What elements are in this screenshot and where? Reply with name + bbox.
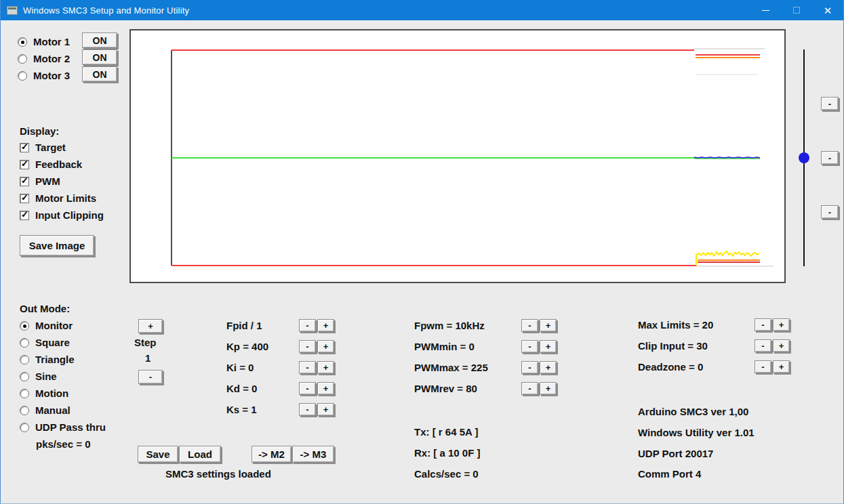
- fpid-minus-button[interactable]: -: [299, 319, 316, 332]
- step-heading: Step: [134, 337, 157, 348]
- triangle-radio[interactable]: [20, 355, 29, 364]
- kd-plus-button[interactable]: +: [317, 382, 334, 395]
- out-mode-motion-row: Motion: [20, 387, 68, 399]
- clip-input-label: Clip Input = 30: [638, 340, 708, 352]
- input-clipping-checkbox[interactable]: [20, 211, 29, 220]
- out-mode-manual-row: Manual: [20, 404, 71, 416]
- step-minus-button[interactable]: -: [138, 370, 163, 384]
- display-input-clipping-row: Input Clipping: [20, 209, 104, 221]
- motor-3-on-button[interactable]: ON: [82, 66, 117, 82]
- udp-pass-thru-label: UDP Pass thru: [35, 421, 106, 433]
- kp-label: Kp = 400: [226, 341, 268, 352]
- feedback-checkbox[interactable]: [20, 160, 29, 169]
- minimize-button[interactable]: [750, 0, 781, 20]
- max-limits-minus-button[interactable]: -: [755, 318, 771, 331]
- close-button[interactable]: ✕: [812, 0, 843, 20]
- fpwm-label: Fpwm = 10kHz: [414, 320, 485, 331]
- ks-label: Ks = 1: [226, 404, 257, 415]
- motor-3-row: Motor 3: [18, 70, 70, 81]
- rx-readout: Rx: [ a 10 0F ]: [414, 447, 481, 459]
- motor-1-row: Motor 1: [18, 36, 70, 47]
- ki-plus-button[interactable]: +: [317, 361, 334, 374]
- pwmmax-minus-button[interactable]: -: [521, 361, 538, 374]
- to-m2-button[interactable]: -> M2: [252, 446, 292, 463]
- step-value: 1: [145, 352, 150, 364]
- pwmmax-plus-button[interactable]: +: [540, 361, 557, 374]
- fpid-plus-button[interactable]: +: [317, 319, 334, 332]
- ks-minus-button[interactable]: -: [299, 403, 316, 416]
- pwmmin-minus-button[interactable]: -: [521, 340, 538, 353]
- scale-mid-minus-button[interactable]: -: [821, 151, 839, 165]
- pks-per-sec-value: pks/sec = 0: [36, 438, 90, 450]
- deadzone-minus-button[interactable]: -: [755, 360, 771, 373]
- app-icon: [7, 6, 18, 15]
- motor-2-label: Motor 2: [33, 53, 70, 64]
- motion-radio[interactable]: [20, 389, 29, 398]
- step-plus-button[interactable]: +: [138, 319, 163, 333]
- target-checkbox[interactable]: [20, 143, 29, 152]
- sine-label: Sine: [35, 371, 57, 382]
- trace-feedback-blue: [694, 157, 760, 158]
- pwmrev-minus-button[interactable]: -: [521, 382, 538, 395]
- pwmmax-label: PWMmax = 225: [414, 362, 488, 373]
- pwm-checkbox[interactable]: [20, 177, 29, 186]
- kd-label: Kd = 0: [226, 383, 257, 394]
- udp-pass-thru-radio[interactable]: [20, 423, 29, 432]
- clip-input-minus-button[interactable]: -: [755, 339, 771, 352]
- clip-input-plus-button[interactable]: +: [773, 339, 790, 352]
- motor-1-label: Motor 1: [33, 36, 70, 47]
- pwmrev-label: PWMrev = 80: [414, 383, 477, 394]
- save-button[interactable]: Save: [138, 446, 178, 463]
- motor-1-radio[interactable]: [18, 37, 27, 47]
- maximize-button[interactable]: [781, 0, 812, 20]
- motor-2-on-button[interactable]: ON: [82, 49, 117, 65]
- motor-1-on-button[interactable]: ON: [82, 33, 117, 48]
- tx-readout: Tx: [ r 64 5A ]: [414, 426, 478, 438]
- scale-bottom-minus-button[interactable]: -: [821, 205, 839, 219]
- pwmrev-plus-button[interactable]: +: [540, 382, 557, 395]
- save-image-button[interactable]: Save Image: [20, 235, 94, 256]
- motor-limits-label: Motor Limits: [35, 192, 96, 204]
- offset-slider-thumb[interactable]: [799, 152, 809, 163]
- settings-status-text: SMC3 settings loaded: [165, 468, 271, 480]
- utility-version-text: Windows Utility ver 1.01: [638, 427, 755, 438]
- ki-minus-button[interactable]: -: [299, 361, 316, 374]
- out-mode-sine-row: Sine: [20, 371, 57, 382]
- load-button[interactable]: Load: [179, 446, 221, 463]
- motion-label: Motion: [35, 387, 68, 399]
- titlebar-buttons: ✕: [750, 0, 843, 20]
- fpwm-minus-button[interactable]: -: [521, 319, 538, 332]
- manual-label: Manual: [35, 404, 71, 416]
- sine-radio[interactable]: [20, 372, 29, 381]
- out-mode-triangle-row: Triangle: [20, 354, 75, 365]
- deadzone-label: Deadzone = 0: [638, 361, 703, 373]
- arduino-version-text: Arduino SMC3 ver 1,00: [638, 406, 748, 417]
- kp-minus-button[interactable]: -: [299, 340, 316, 353]
- comm-port-text: Comm Port 4: [638, 468, 701, 480]
- kd-minus-button[interactable]: -: [299, 382, 316, 395]
- motor-3-radio[interactable]: [18, 71, 27, 81]
- monitor-radio[interactable]: [20, 321, 29, 331]
- scale-top-minus-button[interactable]: -: [821, 97, 839, 110]
- max-limits-label: Max Limits = 20: [638, 319, 713, 331]
- fpwm-plus-button[interactable]: +: [540, 319, 557, 332]
- to-m3-button[interactable]: -> M3: [292, 446, 334, 463]
- out-mode-udp-row: UDP Pass thru: [20, 421, 106, 433]
- triangle-label: Triangle: [35, 354, 75, 365]
- feedback-label: Feedback: [35, 159, 82, 170]
- motor-2-radio[interactable]: [18, 54, 27, 64]
- pwmmin-plus-button[interactable]: +: [540, 340, 557, 353]
- out-mode-square-row: Square: [20, 337, 70, 348]
- ks-plus-button[interactable]: +: [317, 403, 334, 416]
- deadzone-plus-button[interactable]: +: [773, 360, 790, 373]
- square-radio[interactable]: [20, 338, 29, 348]
- display-motor-limits-row: Motor Limits: [20, 192, 96, 204]
- square-label: Square: [35, 337, 70, 348]
- manual-radio[interactable]: [20, 406, 29, 415]
- kp-plus-button[interactable]: +: [317, 340, 334, 353]
- max-limits-plus-button[interactable]: +: [773, 318, 790, 331]
- close-icon: ✕: [824, 5, 832, 16]
- maximize-icon: [793, 7, 800, 14]
- motor-limits-checkbox[interactable]: [20, 194, 29, 203]
- display-target-row: Target: [20, 142, 66, 153]
